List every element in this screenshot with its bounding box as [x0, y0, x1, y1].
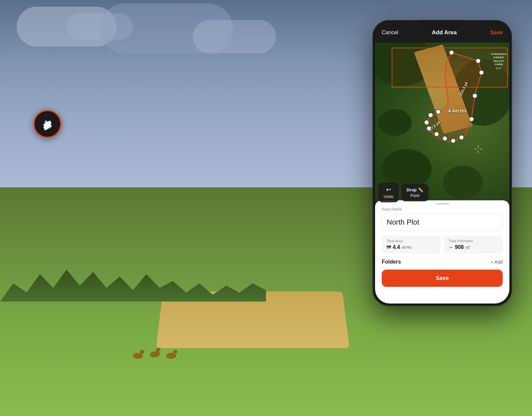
stats-row: Total Area 🗺 4.4 acres Total Perimeter ↔… [382, 236, 503, 254]
total-perimeter-value-row: ↔ 908 yd [449, 244, 498, 250]
svg-point-21 [428, 113, 433, 117]
sheet-handle [436, 203, 449, 204]
map-controls: ↩ Undo Drop ✏️ Point [378, 183, 506, 202]
perimeter-icon: ↔ [449, 245, 453, 250]
total-area-label: Total Area [386, 239, 436, 243]
drop-point-text: Drop ✏️ [407, 187, 423, 192]
deer [133, 349, 146, 359]
area-name-input[interactable] [382, 214, 503, 231]
phone-frame: Cancel Add Area Save STENGERS SWEDE VALL… [372, 20, 512, 306]
total-perimeter-value: 908 [455, 244, 464, 250]
save-header-button[interactable]: Save [490, 30, 503, 36]
svg-point-22 [436, 109, 441, 114]
total-perimeter-unit: yd [466, 245, 470, 250]
svg-point-14 [469, 117, 474, 121]
drop-point-line2: Point [410, 193, 419, 198]
map-view[interactable]: STENGERS SWEDE VALLEY FARM LLC 233.4 yd … [375, 43, 509, 206]
svg-point-18 [434, 132, 439, 136]
svg-point-13 [472, 94, 477, 98]
deer-area [133, 336, 213, 359]
bottom-sheet: Area Name Total Area 🗺 4.4 acres Total P… [375, 200, 509, 304]
svg-point-17 [443, 136, 447, 141]
svg-point-19 [427, 126, 431, 131]
svg-point-16 [451, 138, 456, 143]
drop-point-label-row: Drop ✏️ [407, 187, 423, 192]
svg-point-10 [449, 50, 454, 55]
cloud [193, 20, 276, 53]
phone-notch [422, 20, 462, 29]
undo-button[interactable]: ↩ Undo [378, 183, 399, 202]
cancel-button[interactable]: Cancel [382, 30, 398, 36]
deer [166, 349, 180, 359]
map-polygon-overlay: 233.4 yd 117.5 yd 4.4acres [375, 43, 509, 206]
svg-point-11 [476, 59, 480, 63]
total-area-unit: acres [402, 245, 411, 250]
svg-text:4.4acres: 4.4acres [448, 108, 467, 113]
area-icon: 🗺 [386, 245, 391, 250]
add-folder-button[interactable]: + Add [491, 259, 503, 265]
save-button[interactable]: Save [382, 270, 503, 287]
area-name-label: Area Name [382, 207, 503, 212]
undo-icon: ↩ [386, 186, 391, 193]
pencil-eraser-icon [41, 117, 54, 131]
deer [149, 346, 164, 358]
page-title: Add Area [432, 29, 457, 36]
phone-device: Cancel Add Area Save STENGERS SWEDE VALL… [372, 20, 512, 306]
total-area-stat: Total Area 🗺 4.4 acres [382, 236, 441, 254]
total-perimeter-stat: Total Perimeter ↔ 908 yd [444, 236, 503, 254]
svg-point-20 [424, 120, 429, 125]
total-area-value: 4.4 [393, 244, 400, 250]
folders-label: Folders [382, 259, 401, 265]
svg-point-12 [479, 70, 484, 75]
total-area-value-row: 🗺 4.4 acres [386, 244, 436, 250]
phone-screen: Cancel Add Area Save STENGERS SWEDE VALL… [375, 23, 509, 304]
folders-row: Folders + Add [382, 259, 503, 265]
total-perimeter-label: Total Perimeter [449, 239, 498, 243]
undo-label: Undo [384, 194, 393, 199]
floating-edit-button[interactable] [33, 110, 62, 138]
svg-point-15 [459, 135, 464, 140]
drop-point-button[interactable]: Drop ✏️ Point [401, 184, 429, 201]
